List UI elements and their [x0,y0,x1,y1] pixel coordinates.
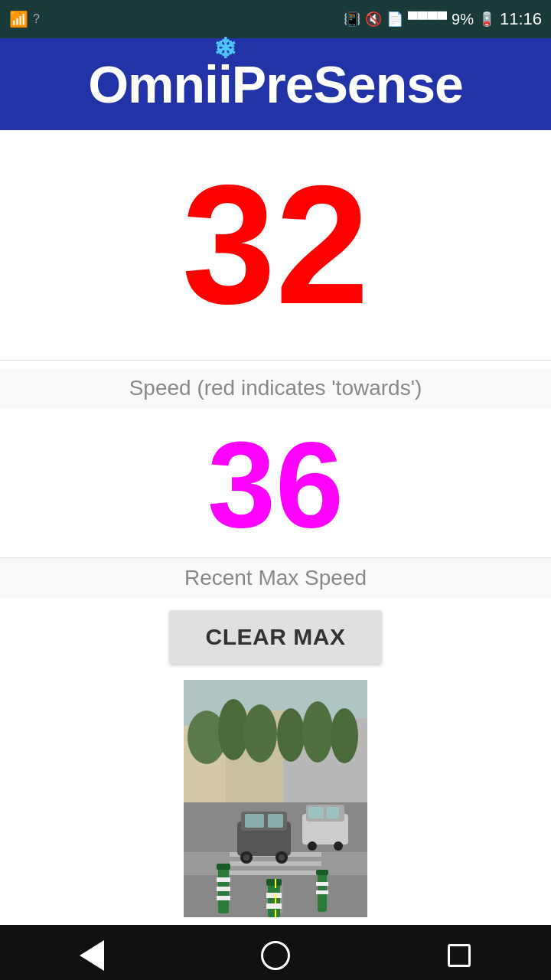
svg-rect-32 [217,877,230,882]
current-speed-value: 32 [182,161,370,329]
main-content: 32 Speed (red indicates 'towards') 36 Re… [0,130,551,925]
svg-rect-18 [245,814,264,828]
svg-rect-31 [217,864,230,870]
svg-rect-26 [308,807,324,818]
home-button[interactable] [249,936,302,975]
svg-rect-19 [268,814,283,828]
signal-icon: ▀▀▀▀ [408,11,447,28]
home-icon [261,941,290,970]
back-button[interactable] [65,936,119,975]
status-left: 📶 ? [9,10,40,28]
svg-point-9 [331,708,358,763]
svg-rect-38 [266,903,282,909]
svg-rect-14 [230,871,321,875]
speed-section: 32 [0,130,551,352]
logo-sense-text: Sense [313,54,462,114]
svg-rect-41 [316,882,328,886]
nfc-icon: 📳 [344,11,360,28]
app-logo: Omni ❄ i Pre Sense [88,54,463,114]
recents-icon [448,944,471,967]
svg-rect-36 [266,879,282,886]
logo-omni-text: Omni [88,54,218,114]
svg-point-28 [308,841,317,851]
bottom-nav [0,925,551,980]
wifi-icon: 📶 [9,10,28,28]
svg-rect-42 [316,890,328,894]
svg-point-21 [243,854,249,861]
speed-label: Speed (red indicates 'towards') [0,368,551,408]
svg-point-7 [277,708,305,762]
battery-percent: 9% [452,11,474,28]
svg-rect-40 [316,870,328,875]
svg-point-6 [243,704,277,763]
street-scene-svg [184,680,367,917]
svg-rect-27 [327,807,339,818]
status-bar: 📶 ? 📳 🔇 📄 ▀▀▀▀ 9% 🪫 11:16 [0,0,551,38]
svg-rect-34 [217,896,230,900]
file-icon: 📄 [386,11,403,28]
svg-rect-33 [217,887,230,891]
svg-rect-37 [266,893,282,898]
mute-icon: 🔇 [365,11,382,28]
status-question: ? [33,12,40,26]
max-speed-value: 36 [207,423,344,546]
battery-icon: 🪫 [478,11,495,28]
status-right: 📳 🔇 📄 ▀▀▀▀ 9% 🪫 11:16 [344,9,542,29]
camera-section [0,676,551,925]
max-speed-section: 36 [0,408,551,557]
header-bar: Omni ❄ i Pre Sense [0,38,551,130]
svg-point-29 [334,841,343,851]
recents-button[interactable] [432,936,486,975]
logo-pre-text: Pre [232,54,314,114]
logo-snowflake-icon: ❄ [214,33,236,65]
speed-divider [0,360,551,361]
clear-max-button[interactable]: CLEAR MAX [169,610,383,664]
back-icon [80,940,104,971]
clock: 11:16 [500,9,542,29]
max-speed-label: Recent Max Speed [0,558,551,598]
logo-i-container: ❄ i [218,54,232,114]
svg-point-23 [279,854,285,861]
camera-image [184,680,367,917]
svg-point-8 [302,701,333,763]
